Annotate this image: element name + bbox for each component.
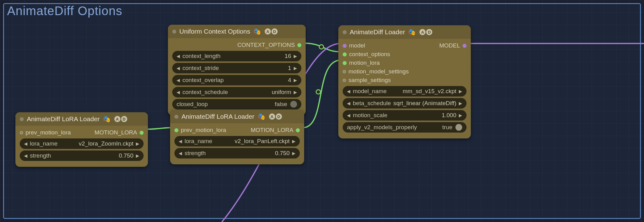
chevron-right-icon[interactable]: ▶ <box>292 90 298 95</box>
port-dot-icon[interactable] <box>343 44 347 48</box>
widget-context-length[interactable]: ◀ context_length 16 ▶ <box>172 51 301 61</box>
input-motion-model-settings[interactable]: motion_model_settings <box>343 68 409 75</box>
badge-d-icon: D <box>271 28 278 35</box>
masks-icon: 🎭 <box>408 28 416 36</box>
port-dot-icon[interactable] <box>140 131 144 135</box>
collapse-dot-icon[interactable] <box>172 30 176 34</box>
input-label: prev_motion_lora <box>181 127 226 134</box>
widget-label: lora_name <box>30 140 58 147</box>
output-label: MOTION_LORA <box>95 129 137 136</box>
port-dot-icon[interactable] <box>343 79 346 82</box>
node-title[interactable]: AnimateDiff LoRA Loader 🎭 A D <box>15 112 148 126</box>
widget-label: context_overlap <box>182 77 224 84</box>
widget-label: strength <box>30 152 51 159</box>
port-dot-icon[interactable] <box>174 128 178 132</box>
widget-lora-name[interactable]: ◀ lora_name v2_lora_PanLeft.ckpt ▶ <box>174 136 300 146</box>
widget-apply-v2[interactable]: apply_v2_models_properly true <box>343 122 467 133</box>
widget-context-schedule[interactable]: ◀ context_schedule uniform ▶ <box>172 87 301 97</box>
input-prev-motion-lora[interactable]: prev_motion_lora <box>174 127 226 134</box>
input-context-options[interactable]: context_options <box>343 51 390 58</box>
widget-label: closed_loop <box>177 101 275 108</box>
input-sample-settings[interactable]: sample_settings <box>343 77 391 84</box>
chevron-right-icon[interactable]: ▶ <box>135 153 141 158</box>
ad-badge: A D <box>269 113 282 120</box>
chevron-left-icon[interactable]: ◀ <box>175 90 181 95</box>
widget-strength[interactable]: ◀ strength 0.750 ▶ <box>20 150 144 161</box>
input-label: motion_lora <box>349 60 380 66</box>
widget-context-overlap[interactable]: ◀ context_overlap 4 ▶ <box>172 75 301 85</box>
widget-beta-schedule[interactable]: ◀ beta_schedule sqrt_linear (AnimateDiff… <box>343 98 467 109</box>
widget-strength[interactable]: ◀ strength 0.750 ▶ <box>174 148 300 158</box>
widget-label: strength <box>185 150 206 157</box>
output-motion-lora[interactable]: MOTION_LORA <box>95 129 144 136</box>
widget-value: true <box>442 124 452 131</box>
widget-closed-loop[interactable]: closed_loop false <box>172 99 301 109</box>
collapse-dot-icon[interactable] <box>343 30 347 34</box>
chevron-left-icon[interactable]: ◀ <box>23 153 29 158</box>
port-dot-icon[interactable] <box>343 61 347 65</box>
widget-value: 0.750 <box>119 152 133 159</box>
input-model[interactable]: model <box>343 42 365 49</box>
output-model[interactable]: MODEL <box>439 42 467 49</box>
group-frame: AnimateDiff Options <box>3 3 641 219</box>
input-label: context_options <box>349 51 390 58</box>
output-context-options[interactable]: CONTEXT_OPTIONS <box>172 41 301 49</box>
chevron-left-icon[interactable]: ◀ <box>175 54 181 59</box>
chevron-right-icon[interactable]: ▶ <box>458 89 463 94</box>
port-dot-icon[interactable] <box>343 52 347 56</box>
widget-value: 1 <box>288 65 291 72</box>
widget-value: 0.750 <box>275 150 290 157</box>
chevron-left-icon[interactable]: ◀ <box>177 139 183 144</box>
output-label: CONTEXT_OPTIONS <box>237 42 295 48</box>
node-animatediff-lora-loader-2[interactable]: AnimateDiff LoRA Loader 🎭 A D prev_motio… <box>170 110 304 164</box>
chevron-right-icon[interactable]: ▶ <box>292 78 298 83</box>
chevron-right-icon[interactable]: ▶ <box>292 66 298 71</box>
output-motion-lora[interactable]: MOTION_LORA <box>251 127 300 134</box>
badge-a-icon: A <box>265 28 271 35</box>
node-animatediff-lora-loader-1[interactable]: AnimateDiff LoRA Loader 🎭 A D prev_motio… <box>15 112 148 167</box>
badge-d-icon: D <box>426 29 432 35</box>
port-dot-icon[interactable] <box>343 70 346 73</box>
widget-label: context_schedule <box>182 89 228 96</box>
badge-a-icon: A <box>269 113 275 120</box>
chevron-right-icon[interactable]: ▶ <box>135 141 141 146</box>
node-title[interactable]: Uniform Context Options 🎭 A D <box>168 25 306 38</box>
widget-value: 1.000 <box>442 112 456 119</box>
collapse-dot-icon[interactable] <box>174 115 178 119</box>
chevron-right-icon[interactable]: ▶ <box>292 54 298 59</box>
node-uniform-context-options[interactable]: Uniform Context Options 🎭 A D CONTEXT_OP… <box>168 25 306 115</box>
widget-lora-name[interactable]: ◀ lora_name v2_lora_ZoomIn.ckpt ▶ <box>20 138 144 149</box>
chevron-left-icon[interactable]: ◀ <box>23 141 29 146</box>
ad-badge: A D <box>419 29 432 35</box>
chevron-left-icon[interactable]: ◀ <box>346 89 352 94</box>
chevron-right-icon[interactable]: ▶ <box>458 101 463 106</box>
widget-model-name[interactable]: ◀ model_name mm_sd_v15_v2.ckpt ▶ <box>343 86 467 97</box>
port-dot-icon[interactable] <box>463 44 467 48</box>
node-title[interactable]: AnimateDiff Loader 🎭 A D <box>338 25 471 39</box>
node-animatediff-loader[interactable]: AnimateDiff Loader 🎭 A D model MODEL con… <box>338 25 471 138</box>
input-motion-lora[interactable]: motion_lora <box>343 60 380 66</box>
chevron-right-icon[interactable]: ▶ <box>458 113 463 118</box>
widget-context-stride[interactable]: ◀ context_stride 1 ▶ <box>172 63 301 73</box>
widget-value: v2_lora_ZoomIn.ckpt <box>79 140 133 147</box>
port-dot-icon[interactable] <box>296 128 300 132</box>
chevron-left-icon[interactable]: ◀ <box>177 151 183 156</box>
toggle-knob-icon[interactable] <box>290 101 297 108</box>
chevron-left-icon[interactable]: ◀ <box>346 113 352 118</box>
chevron-right-icon[interactable]: ▶ <box>291 139 297 144</box>
node-title[interactable]: AnimateDiff LoRA Loader 🎭 A D <box>170 110 304 123</box>
widget-label: motion_scale <box>353 112 387 119</box>
chevron-right-icon[interactable]: ▶ <box>291 151 297 156</box>
badge-d-icon: D <box>276 113 282 120</box>
widget-motion-scale[interactable]: ◀ motion_scale 1.000 ▶ <box>343 110 467 121</box>
node-title-text: Uniform Context Options <box>179 28 250 35</box>
input-prev-motion-lora[interactable]: prev_motion_lora <box>20 129 71 136</box>
toggle-knob-icon[interactable] <box>455 124 462 131</box>
group-title: AnimateDiff Options <box>7 4 122 18</box>
chevron-left-icon[interactable]: ◀ <box>175 66 181 71</box>
collapse-dot-icon[interactable] <box>20 117 24 121</box>
chevron-left-icon[interactable]: ◀ <box>175 78 181 83</box>
chevron-left-icon[interactable]: ◀ <box>346 101 352 106</box>
port-dot-icon[interactable] <box>297 43 301 47</box>
port-dot-icon[interactable] <box>20 131 23 134</box>
